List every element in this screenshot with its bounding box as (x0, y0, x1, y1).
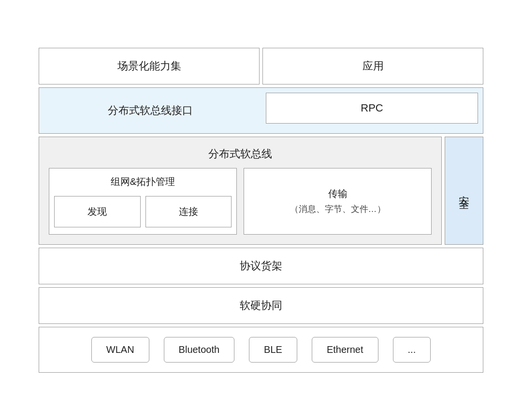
distributed-interface-label: 分布式软总线接口 (108, 103, 193, 118)
box-distributed-softbus: 分布式软总线 组网&拓扑管理 发现 连接 传输 (39, 137, 442, 245)
transport-subtitle: （消息、字节、文件…） (290, 203, 386, 215)
row-1: 场景化能力集 应用 (39, 48, 483, 84)
box-network-topology: 组网&拓扑管理 发现 连接 (49, 168, 237, 235)
chip-wlan: WLAN (91, 337, 149, 363)
box-application: 应用 (262, 48, 483, 84)
diagram-container: 场景化能力集 应用 分布式软总线接口 RPC 分布式软总线 组网&拓扑管理 (29, 38, 493, 382)
chip-ethernet: Ethernet (312, 337, 378, 363)
box-distributed-interface: 分布式软总线接口 (39, 88, 261, 133)
protocol-shelf-label: 协议货架 (240, 260, 282, 272)
box-transport: 传输 （消息、字节、文件…） (244, 168, 432, 235)
box-hw-sw-collaboration: 软硬协同 (39, 287, 483, 324)
network-topology-title: 组网&拓扑管理 (54, 175, 232, 191)
box-discovery: 发现 (54, 196, 141, 227)
application-label: 应用 (362, 60, 384, 72)
chip-ble: BLE (249, 337, 297, 363)
box-protocol-shelf: 协议货架 (39, 248, 483, 284)
connection-label: 连接 (179, 206, 198, 217)
row-3: 分布式软总线 组网&拓扑管理 发现 连接 传输 (39, 137, 483, 245)
discovery-label: 发现 (87, 206, 107, 217)
hw-sw-collaboration-label: 软硬协同 (240, 299, 282, 311)
transport-title: 传输 (328, 187, 348, 200)
chip-bluetooth: Bluetooth (164, 337, 235, 363)
distributed-softbus-title: 分布式软总线 (49, 147, 432, 161)
row-protocol-chips: WLAN Bluetooth BLE Ethernet ... (39, 327, 483, 373)
box-security: 安全 (445, 137, 483, 245)
box-connection: 连接 (145, 196, 232, 227)
security-label: 安全 (457, 187, 471, 195)
box-rpc: RPC (266, 93, 478, 124)
row-2: 分布式软总线接口 RPC (39, 87, 483, 134)
row-2-right: RPC (261, 88, 483, 133)
chip-more: ... (393, 337, 431, 363)
box-scenario-capability: 场景化能力集 (39, 48, 260, 84)
scenario-capability-label: 场景化能力集 (117, 60, 181, 72)
softbus-inner: 组网&拓扑管理 发现 连接 传输 （消息、字节、文件…） (49, 168, 432, 235)
zuwang-bottom: 发现 连接 (54, 196, 232, 227)
rpc-label: RPC (361, 102, 383, 114)
